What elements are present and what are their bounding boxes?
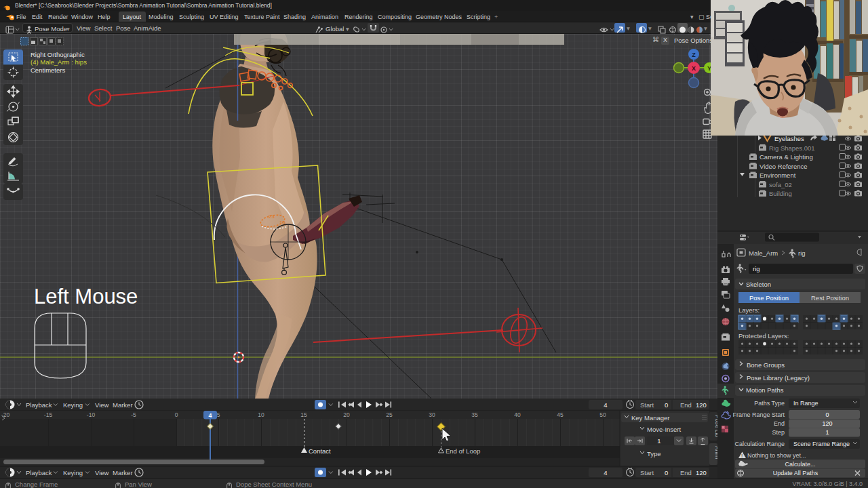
svg-text:Z: Z (692, 52, 696, 58)
svg-text:Motion Paths: Motion Paths (746, 386, 784, 394)
svg-text:Male_Arm: Male_Arm (749, 249, 778, 257)
svg-text:5: 5 (217, 411, 220, 418)
svg-text:Scene Frame Range: Scene Frame Range (793, 441, 850, 447)
svg-text:Key Manager: Key Manager (631, 414, 670, 422)
svg-text:Rest Position: Rest Position (811, 294, 849, 302)
svg-text:Bone Groups: Bone Groups (747, 361, 785, 369)
svg-text:-20: -20 (1, 411, 10, 418)
svg-text:-5: -5 (131, 411, 136, 418)
svg-text:1: 1 (825, 429, 829, 436)
svg-text:35: 35 (471, 411, 478, 418)
svg-text:!: ! (741, 453, 743, 459)
svg-text:Paths Type: Paths Type (754, 400, 785, 407)
svg-text:20: 20 (343, 411, 350, 418)
svg-text:X: X (692, 65, 696, 72)
svg-text:45: 45 (557, 411, 564, 418)
svg-text:30: 30 (429, 411, 435, 418)
svg-text:Calculate...: Calculate... (785, 461, 815, 468)
svg-text:Contact: Contact (309, 447, 331, 455)
svg-text:Step: Step (772, 429, 785, 436)
svg-text:16: 16 (279, 220, 285, 226)
svg-text:sofa_02: sofa_02 (769, 181, 792, 188)
svg-text:0: 0 (825, 411, 829, 418)
svg-text:Type: Type (647, 450, 661, 458)
svg-text:Frame Range Start: Frame Range Start (732, 411, 785, 418)
svg-text:Pose Position: Pose Position (749, 294, 789, 302)
svg-text:Camera & Lighting: Camera & Lighting (760, 153, 813, 161)
svg-text:Anim: Anim (714, 446, 717, 459)
svg-text:Pose Lib: Pose Lib (714, 415, 717, 437)
svg-text:23: 23 (269, 214, 275, 220)
svg-text:Layers:: Layers: (738, 306, 760, 314)
svg-text:Eyelashes: Eyelashes (774, 135, 804, 142)
svg-text:Building: Building (769, 190, 792, 197)
svg-text:rig: rig (798, 249, 806, 257)
svg-text:1: 1 (657, 437, 660, 445)
svg-text:-15: -15 (44, 411, 53, 418)
svg-text:40: 40 (514, 411, 521, 418)
svg-text:50: 50 (599, 411, 606, 418)
svg-text:Move-Insert: Move-Insert (647, 426, 682, 433)
svg-text:End: End (774, 420, 785, 427)
svg-text:Protected Layers:: Protected Layers: (738, 332, 789, 340)
svg-text:4: 4 (208, 412, 212, 419)
svg-text:15: 15 (300, 411, 307, 418)
svg-text:0: 0 (175, 411, 178, 418)
svg-text:End of Loop: End of Loop (446, 447, 480, 455)
svg-text:Nothing to show yet...: Nothing to show yet... (747, 452, 806, 459)
svg-text:Pose Library (Legacy): Pose Library (Legacy) (747, 374, 810, 382)
svg-text:10: 10 (258, 411, 264, 418)
svg-text:Update All Paths: Update All Paths (773, 470, 818, 476)
svg-text:Rig Shapes.001: Rig Shapes.001 (769, 144, 815, 152)
svg-text:Video Reference: Video Reference (760, 163, 808, 170)
svg-text:120: 120 (822, 420, 832, 427)
svg-text:rig: rig (753, 265, 760, 272)
svg-text:In Range: In Range (793, 400, 818, 407)
svg-text:Calculation Range: Calculation Range (734, 441, 785, 447)
svg-text:Environment: Environment (760, 171, 796, 179)
svg-text:Skeleton: Skeleton (746, 281, 771, 288)
svg-text:-10: -10 (87, 411, 96, 418)
svg-text:25: 25 (386, 411, 393, 418)
